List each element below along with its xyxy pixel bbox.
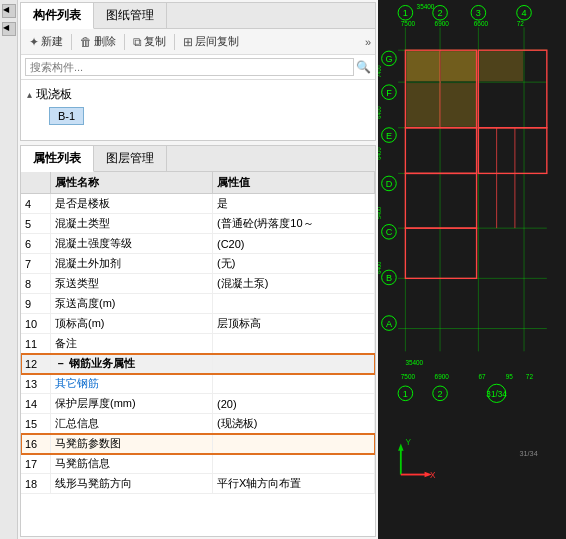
grid-label-top-4: 4: [521, 8, 526, 18]
sep-1: [71, 34, 72, 50]
toolbar-more[interactable]: »: [365, 36, 371, 48]
grid-label-left-C: C: [386, 227, 393, 237]
tab-layer-management[interactable]: 图层管理: [94, 146, 167, 171]
grid-label-left-F: F: [386, 88, 392, 98]
cell-value-14: (20): [213, 394, 375, 413]
col-value: 属性值: [213, 172, 375, 193]
tree-child-box: B-1: [49, 107, 84, 125]
grid-label-left-E: E: [386, 131, 392, 141]
attr-row-14[interactable]: 14 保护层厚度(mm) (20): [21, 394, 375, 414]
new-button[interactable]: ✦ 新建: [25, 32, 67, 51]
cell-num-6: 6: [21, 234, 51, 253]
svg-text:5400: 5400: [378, 207, 382, 219]
cell-value-4: 是: [213, 194, 375, 213]
grid-label-top-1: 1: [403, 8, 408, 18]
search-bar: 🔍: [21, 55, 375, 80]
grid-label-left-B: B: [386, 273, 392, 283]
attr-row-12[interactable]: 12 － 钢筋业务属性: [21, 354, 375, 374]
cell-num-5: 5: [21, 214, 51, 233]
tab-component-list[interactable]: 构件列表: [21, 3, 94, 29]
attr-row-13[interactable]: 13 其它钢筋: [21, 374, 375, 394]
attr-table-header: 属性名称 属性值: [21, 172, 375, 194]
cell-value-13: [213, 374, 375, 393]
cell-name-4: 是否是楼板: [51, 194, 213, 213]
delete-icon: 🗑: [80, 35, 92, 49]
attr-row-10[interactable]: 10 顶标高(m) 层顶标高: [21, 314, 375, 334]
svg-text:35400: 35400: [417, 3, 435, 10]
attr-row-7[interactable]: 7 混凝土外加剂 (无): [21, 254, 375, 274]
delete-button[interactable]: 🗑 删除: [76, 32, 120, 51]
grid-label-top-2: 2: [438, 8, 443, 18]
grid-label-top-3: 3: [476, 8, 481, 18]
left-panel: 构件列表 图纸管理 ✦ 新建 🗑 删除 ⧉ 复制 ⊞ 层间复制: [18, 0, 378, 539]
cell-name-5: 混凝土类型: [51, 214, 213, 233]
attr-row-5[interactable]: 5 混凝土类型 (普通砼(坍落度10～: [21, 214, 375, 234]
component-tree: ▴ 现浇板 B-1: [21, 80, 375, 140]
cell-value-18: 平行X轴方向布置: [213, 474, 375, 493]
attr-row-16[interactable]: 16 马凳筋参数图: [21, 434, 375, 454]
grid-label-left-A: A: [386, 319, 393, 329]
tree-child-item[interactable]: B-1: [21, 105, 375, 127]
svg-rect-33: [406, 51, 440, 81]
new-icon: ✦: [29, 35, 39, 49]
attr-row-4[interactable]: 4 是否是楼板 是: [21, 194, 375, 214]
search-input[interactable]: [25, 58, 354, 76]
sep-3: [174, 34, 175, 50]
cell-name-11: 备注: [51, 334, 213, 353]
cell-num-9: 9: [21, 294, 51, 313]
tree-root-item[interactable]: ▴ 现浇板: [21, 84, 375, 105]
attr-row-6[interactable]: 6 混凝土强度等级 (C20): [21, 234, 375, 254]
sep-2: [124, 34, 125, 50]
svg-text:72: 72: [517, 20, 525, 27]
cell-num-10: 10: [21, 314, 51, 333]
svg-text:6400: 6400: [378, 106, 382, 118]
search-icon: 🔍: [356, 60, 371, 74]
svg-text:6600: 6600: [474, 20, 489, 27]
component-tabs: 构件列表 图纸管理: [21, 3, 375, 29]
svg-text:1: 1: [403, 389, 408, 399]
svg-text:6900: 6900: [435, 20, 450, 27]
strip-btn-1[interactable]: ◀: [2, 4, 16, 18]
cell-name-10: 顶标高(m): [51, 314, 213, 333]
svg-text:2: 2: [438, 389, 443, 399]
attr-row-9[interactable]: 9 泵送高度(m): [21, 294, 375, 314]
cell-value-8: (混凝土泵): [213, 274, 375, 293]
svg-rect-35: [406, 83, 440, 127]
svg-text:7500: 7500: [401, 20, 416, 27]
attr-table-body: 4 是否是楼板 是 5 混凝土类型 (普通砼(坍落度10～ 6 混凝土强度等级 …: [21, 194, 375, 536]
attr-row-11[interactable]: 11 备注: [21, 334, 375, 354]
copy-button[interactable]: ⧉ 复制: [129, 32, 170, 51]
floor-copy-button[interactable]: ⊞ 层间复制: [179, 32, 243, 51]
component-toolbar: ✦ 新建 🗑 删除 ⧉ 复制 ⊞ 层间复制 »: [21, 29, 375, 55]
svg-rect-37: [479, 51, 523, 81]
page-info: 31/34: [519, 449, 537, 458]
cell-num-12: 12: [21, 354, 51, 373]
cell-name-14: 保护层厚度(mm): [51, 394, 213, 413]
cad-view-panel: 1 2 3 4 35400 7500 6900 6600 72 G F E D …: [378, 0, 566, 539]
svg-rect-34: [441, 51, 478, 81]
svg-text:72: 72: [526, 373, 534, 380]
svg-text:6900: 6900: [435, 373, 450, 380]
cell-num-13: 13: [21, 374, 51, 393]
cell-name-7: 混凝土外加剂: [51, 254, 213, 273]
tab-drawing-management[interactable]: 图纸管理: [94, 3, 167, 28]
left-strip: ◀ ◀: [0, 0, 18, 539]
attr-row-18[interactable]: 18 线形马凳筋方向 平行X轴方向布置: [21, 474, 375, 494]
tab-attr-list[interactable]: 属性列表: [21, 146, 94, 172]
component-list-panel: 构件列表 图纸管理 ✦ 新建 🗑 删除 ⧉ 复制 ⊞ 层间复制: [20, 2, 376, 141]
cell-name-13: 其它钢筋: [51, 374, 213, 393]
col-name: 属性名称: [51, 172, 213, 193]
svg-text:7400: 7400: [378, 65, 382, 77]
cell-num-16: 16: [21, 434, 51, 453]
attr-row-8[interactable]: 8 泵送类型 (混凝土泵): [21, 274, 375, 294]
copy-icon: ⧉: [133, 35, 142, 49]
cell-value-15: (现浇板): [213, 414, 375, 433]
svg-text:6400: 6400: [378, 148, 382, 160]
strip-btn-2[interactable]: ◀: [2, 22, 16, 36]
attr-row-15[interactable]: 15 汇总信息 (现浇板): [21, 414, 375, 434]
floor-copy-icon: ⊞: [183, 35, 193, 49]
cell-name-6: 混凝土强度等级: [51, 234, 213, 253]
attr-row-17[interactable]: 17 马凳筋信息: [21, 454, 375, 474]
cell-name-15: 汇总信息: [51, 414, 213, 433]
cell-name-16: 马凳筋参数图: [51, 434, 213, 453]
